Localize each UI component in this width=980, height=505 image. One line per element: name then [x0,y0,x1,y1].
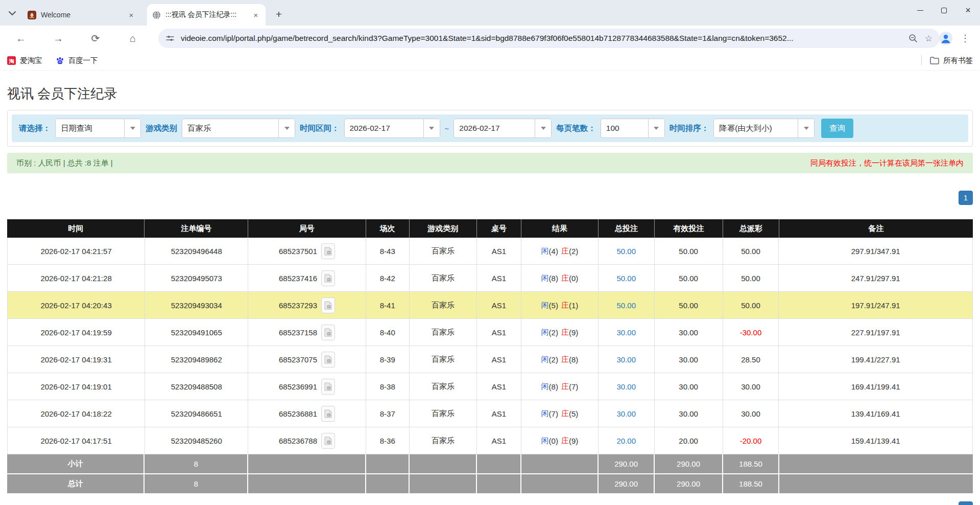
minimize-icon[interactable] [908,0,932,20]
url-text[interactable]: videoie.com/ipl/portal.php/game/betrecor… [181,34,901,43]
session-no: 8-40 [366,319,410,346]
footer-empty-cell [366,474,410,493]
range-tilde: ~ [445,124,449,133]
total-payout: -30.00 [723,319,779,346]
session-no: 8-42 [366,265,410,291]
bet-time: 2026-02-17 04:21:57 [8,238,145,264]
zoom-out-icon[interactable] [909,34,918,43]
maximize-icon[interactable] [932,0,956,20]
date-to-select[interactable]: 2026-02-17 [453,119,552,138]
chevron-down-icon[interactable] [423,119,440,137]
all-bookmarks[interactable]: 所有书签 [921,55,973,65]
menu-icon[interactable]: ⋮ [957,30,974,47]
footer-empty-cell [477,454,521,473]
bet-id: 523209495073 [145,265,248,291]
result-banker: 庄 [561,382,569,392]
footer-payout: 188.50 [723,474,779,493]
total-bet-link[interactable]: 20.00 [599,427,655,454]
column-header-7: 总投注 [599,219,655,238]
summary-bar: 币别 : 人民币 | 总共 :8 注单 | 同局有效投注，统一计算在该局第一张注… [7,153,973,173]
chevron-down-icon[interactable] [648,119,664,137]
video-replay-icon[interactable] [321,270,335,286]
footer-payout: 188.50 [723,454,779,473]
total-bet-link[interactable]: 30.00 [599,346,655,373]
search-button[interactable]: 查询 [821,119,853,138]
footer-empty-cell [521,474,599,493]
tab-close-icon[interactable]: × [127,10,136,19]
folder-icon [930,57,939,64]
total-bet-link[interactable]: 30.00 [599,373,655,400]
bet-id: 523209489862 [145,346,248,373]
bookmark-star-icon[interactable]: ☆ [925,33,933,44]
video-replay-icon[interactable] [321,297,335,313]
video-replay-icon[interactable] [321,243,335,259]
game-category: 百家乐 [410,400,477,427]
bookmarks-bar: 淘 爱淘宝 du 百度一下 所有书签 [0,51,980,71]
chevron-down-icon[interactable] [124,119,140,137]
query-mode-select[interactable]: 日期查询 [55,119,141,138]
date-from-select[interactable]: 2026-02-17 [344,119,440,138]
result-banker: 庄 [561,301,569,310]
result-cell: 闲(2)庄(9) [521,319,599,346]
forward-icon[interactable]: → [49,29,68,48]
game-type-select[interactable]: 百家乐 [182,119,295,138]
close-window-icon[interactable]: × [956,0,980,20]
page-1-button[interactable]: 1 [959,191,973,205]
svg-text:du: du [58,60,61,63]
tab-close-icon[interactable]: × [251,10,260,19]
page-size-select[interactable]: 100 [601,119,665,138]
video-replay-icon[interactable] [321,433,335,449]
chevron-down-icon[interactable] [798,119,814,137]
result-player: 闲 [541,409,549,419]
chevron-down-icon[interactable] [278,119,295,137]
game-type-value: 百家乐 [182,119,278,137]
table-body: 2026-02-17 04:21:57523209496448685237501… [7,238,973,454]
result-player-score: (2) [549,328,558,337]
video-replay-icon[interactable] [321,406,335,422]
chevron-down-icon[interactable] [535,119,551,137]
all-bookmarks-label: 所有书签 [943,56,973,65]
total-bet-link[interactable]: 50.00 [599,265,655,291]
home-icon[interactable]: ⌂ [123,29,142,48]
query-mode-value: 日期查询 [56,119,124,137]
video-replay-icon[interactable] [321,325,335,340]
footer-empty-cell [366,454,410,473]
bookmark-label: 爱淘宝 [20,56,42,65]
back-icon[interactable]: ← [11,29,31,48]
profile-avatar-icon[interactable] [937,30,954,47]
footer-count: 8 [145,454,248,473]
video-replay-icon[interactable] [321,352,335,368]
result-cell: 闲(8)庄(7) [521,373,599,400]
date-range-label: 时间区间： [300,123,340,134]
bookmark-baidu[interactable]: du 百度一下 [56,56,98,65]
bookmark-aitaobao[interactable]: 淘 爱淘宝 [7,56,42,65]
bet-time: 2026-02-17 04:21:28 [8,265,145,291]
round-cell: 685236991 [248,373,366,400]
video-replay-icon[interactable] [321,379,335,395]
result-banker-score: (0) [569,274,578,283]
result-player: 闲 [541,328,549,337]
currency-summary: 币别 : 人民币 | 总共 :8 注单 | [16,158,113,168]
result-banker: 庄 [561,436,569,446]
tab-search-icon[interactable] [5,6,19,20]
bet-time: 2026-02-17 04:20:43 [8,292,145,318]
total-bet-link[interactable]: 50.00 [599,292,655,318]
total-bet-link[interactable]: 30.00 [599,400,655,427]
page-1-button[interactable]: 1 [959,501,973,505]
game-category: 百家乐 [410,427,477,454]
site-settings-icon[interactable] [165,34,175,43]
reload-icon[interactable]: ⟳ [86,29,105,48]
tab-title: :::视讯 会员下注纪录::: [165,10,251,19]
table-no: AS1 [477,319,521,346]
time-sort-select[interactable]: 降幂(由大到小) [713,119,815,138]
address-bar[interactable]: videoie.com/ipl/portal.php/game/betrecor… [158,29,940,48]
total-bet-link[interactable]: 30.00 [599,319,655,346]
new-tab-icon[interactable]: + [272,7,286,21]
table-footer: 小计8290.00290.00188.50总计8290.00290.00188.… [7,454,973,494]
total-bet-link[interactable]: 50.00 [599,238,655,264]
tab-betrecord[interactable]: :::视讯 会员下注纪录::: × [147,4,266,26]
column-header-6: 结果 [521,219,599,238]
remark: 169.41/199.41 [779,373,972,400]
footer-empty-cell [779,454,973,473]
tab-welcome[interactable]: Welcome × [22,4,141,26]
